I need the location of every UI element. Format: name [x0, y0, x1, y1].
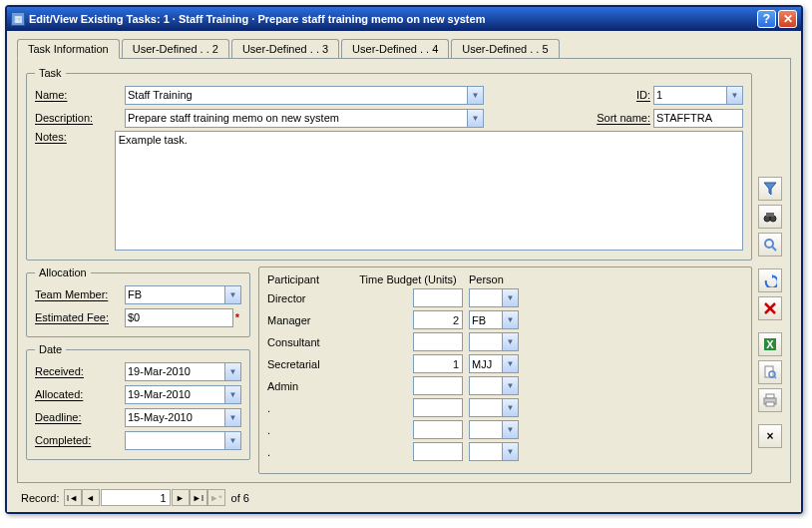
- task-fieldset: Task Name: Staff Training ▼ ID: 1 ▼: [26, 67, 752, 261]
- chevron-down-icon[interactable]: ▼: [224, 363, 240, 380]
- help-button[interactable]: ?: [757, 10, 776, 28]
- notes-label: Notes:: [35, 131, 115, 143]
- time-budget-input[interactable]: [413, 332, 463, 351]
- chevron-down-icon[interactable]: ▼: [224, 386, 240, 403]
- estimated-fee-label: Estimated Fee:: [35, 311, 125, 323]
- close-button[interactable]: ✕: [778, 10, 797, 28]
- time-budget-input[interactable]: 2: [413, 310, 463, 329]
- window: ▦ Edit/View Existing Tasks: 1 · Staff Tr…: [5, 5, 803, 514]
- print-icon[interactable]: [758, 388, 782, 412]
- chevron-down-icon[interactable]: ▼: [502, 443, 518, 460]
- time-budget-input[interactable]: [413, 442, 463, 461]
- tab-user-defined-3[interactable]: User-Defined . . 3: [231, 39, 339, 58]
- excel-icon[interactable]: X: [758, 332, 782, 356]
- prev-record-button[interactable]: ◄: [82, 489, 100, 506]
- id-label: ID:: [636, 89, 650, 101]
- participant-role: .: [267, 402, 347, 414]
- task-legend: Task: [35, 67, 66, 79]
- chevron-down-icon[interactable]: ▼: [726, 87, 742, 104]
- participant-role: Manager: [267, 314, 347, 326]
- tab-strip: Task Information User-Defined . . 2 User…: [17, 39, 791, 59]
- tab-task-information[interactable]: Task Information: [17, 39, 120, 59]
- record-label: Record:: [21, 492, 60, 504]
- tab-user-defined-4[interactable]: User-Defined . . 4: [341, 39, 449, 58]
- person-combo[interactable]: ▼: [469, 288, 519, 307]
- next-record-button[interactable]: ►: [172, 489, 190, 506]
- completed-label: Completed:: [35, 434, 125, 446]
- time-budget-input[interactable]: [413, 376, 463, 395]
- desc-value: Prepare staff training memo on new syste…: [128, 112, 339, 124]
- person-combo[interactable]: FB▼: [469, 310, 519, 329]
- time-budget-input[interactable]: 1: [413, 354, 463, 373]
- desc-combo[interactable]: Prepare staff training memo on new syste…: [125, 109, 484, 128]
- svg-line-4: [772, 247, 776, 251]
- svg-point-3: [765, 240, 773, 248]
- chevron-down-icon[interactable]: ▼: [467, 87, 483, 104]
- chevron-down-icon[interactable]: ▼: [224, 409, 240, 426]
- allocated-label: Allocated:: [35, 388, 125, 400]
- person-combo[interactable]: MJJ▼: [469, 354, 519, 373]
- chevron-down-icon[interactable]: ▼: [502, 399, 518, 416]
- notes-textarea[interactable]: [115, 131, 743, 251]
- team-member-label: Team Member:: [35, 288, 125, 300]
- tab-user-defined-5[interactable]: User-Defined . . 5: [451, 39, 559, 58]
- svg-text:X: X: [766, 338, 774, 350]
- record-navigator: Record: I◄ ◄ ► ►I ►* of 6: [17, 487, 791, 508]
- allocated-combo[interactable]: 19-Mar-2010▼: [125, 385, 241, 404]
- first-record-button[interactable]: I◄: [64, 489, 82, 506]
- new-record-button[interactable]: ►*: [207, 489, 225, 506]
- binoculars-icon[interactable]: [758, 205, 782, 229]
- close-panel-icon[interactable]: ×: [758, 424, 782, 448]
- col-participant: Participant: [267, 273, 347, 285]
- preview-icon[interactable]: [758, 360, 782, 384]
- time-budget-input[interactable]: [413, 288, 463, 307]
- team-member-combo[interactable]: FB ▼: [125, 285, 241, 304]
- svg-line-11: [774, 376, 776, 378]
- svg-rect-12: [766, 394, 774, 398]
- app-icon: ▦: [11, 12, 25, 26]
- window-title: Edit/View Existing Tasks: 1 · Staff Trai…: [29, 13, 757, 25]
- person-combo[interactable]: ▼: [469, 420, 519, 439]
- person-combo[interactable]: ▼: [469, 442, 519, 461]
- magnifier-icon[interactable]: [758, 233, 782, 257]
- time-budget-input[interactable]: [413, 420, 463, 439]
- received-combo[interactable]: 19-Mar-2010▼: [125, 362, 241, 381]
- person-combo[interactable]: ▼: [469, 398, 519, 417]
- sortname-label: Sort name:: [597, 112, 650, 124]
- chevron-down-icon[interactable]: ▼: [502, 289, 518, 306]
- allocation-fieldset: Allocation Team Member: FB ▼ Estimated F…: [26, 266, 250, 337]
- chevron-down-icon[interactable]: ▼: [502, 311, 518, 328]
- last-record-button[interactable]: ►I: [190, 489, 207, 506]
- person-combo[interactable]: ▼: [469, 376, 519, 395]
- chevron-down-icon[interactable]: ▼: [502, 377, 518, 394]
- col-time-budget: Time Budget (Units): [353, 273, 463, 285]
- completed-combo[interactable]: ▼: [125, 431, 241, 450]
- date-legend: Date: [35, 343, 66, 355]
- filter-icon[interactable]: [758, 177, 782, 201]
- record-number-input[interactable]: [101, 489, 171, 506]
- participant-role: Consultant: [267, 336, 347, 348]
- tab-content: Task Name: Staff Training ▼ ID: 1 ▼: [17, 59, 791, 483]
- sortname-input[interactable]: STAFFTRA: [653, 109, 743, 128]
- side-toolbar: X ×: [752, 67, 782, 474]
- name-combo[interactable]: Staff Training ▼: [125, 86, 484, 105]
- id-combo[interactable]: 1 ▼: [653, 86, 743, 105]
- estimated-fee-input[interactable]: $0: [125, 308, 233, 327]
- deadline-combo[interactable]: 15-May-2010▼: [125, 408, 241, 427]
- undo-icon[interactable]: [758, 268, 782, 292]
- chevron-down-icon[interactable]: ▼: [502, 421, 518, 438]
- chevron-down-icon[interactable]: ▼: [224, 432, 240, 449]
- participants-fieldset: Participant Time Budget (Units) Person D…: [258, 266, 752, 474]
- name-label: Name:: [35, 89, 125, 101]
- tab-user-defined-2[interactable]: User-Defined . . 2: [122, 39, 229, 58]
- time-budget-input[interactable]: [413, 398, 463, 417]
- sortname-value: STAFFTRA: [656, 112, 712, 124]
- svg-rect-2: [766, 213, 774, 217]
- chevron-down-icon[interactable]: ▼: [502, 333, 518, 350]
- chevron-down-icon[interactable]: ▼: [467, 110, 483, 127]
- chevron-down-icon[interactable]: ▼: [224, 286, 240, 303]
- delete-icon[interactable]: [758, 296, 782, 320]
- person-combo[interactable]: ▼: [469, 332, 519, 351]
- chevron-down-icon[interactable]: ▼: [502, 355, 518, 372]
- estimated-fee-value: $0: [128, 311, 140, 323]
